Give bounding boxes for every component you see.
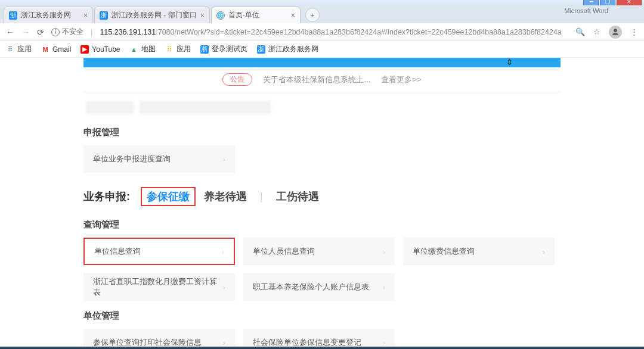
announcement-pill: 公告 [222,73,252,86]
apps-icon: ⠿ [165,45,174,54]
close-icon[interactable]: × [83,11,88,20]
biz-tab-gongshang[interactable]: 工伤待遇 [276,189,319,204]
chevron-right-icon: › [383,247,385,256]
bookmark-maps[interactable]: ▲地图 [130,44,156,54]
business-tabs-label: 业务申报: [83,189,130,204]
insecure-label: 不安全 [62,27,83,37]
biz-tab-canbao[interactable]: 参保征缴 [141,187,196,206]
browser-menu-icon[interactable]: ⋮ [630,27,638,36]
card-label: 单位业务申报进度查询 [93,154,171,164]
browser-toolbar: ← → ⟳ i 不安全 | 115.236.191.131:7080/netWo… [0,23,644,41]
chevron-right-icon: › [383,338,385,347]
banner-icon: ⇕ [506,58,513,67]
search-in-page-icon[interactable]: 🔍 [575,27,585,36]
chevron-right-icon: › [223,338,225,347]
card-label: 单位缴费信息查询 [413,246,475,257]
new-tab-button[interactable]: + [305,8,320,22]
back-button[interactable]: ← [6,27,14,37]
card-unit-person-query[interactable]: 单位人员信息查询 › [243,238,395,265]
announcement-bar: 公告 关于省本级社保新信息系统上... 查看更多>> [83,67,561,92]
card-unit-change-register[interactable]: 社会保险单位参保信息变更登记 › [243,329,395,347]
tab-favicon-icon: 🌐 [216,11,225,20]
card-label: 单位人员信息查询 [253,246,315,257]
tab-title: 浙江政务服务网 [21,10,71,20]
biz-tab-yanglao[interactable]: 养老待遇 [204,189,247,204]
url-path: :7080/netWork/?sid=&ticket=22c459ee12bd4… [156,28,562,36]
bookmark-gmail[interactable]: MGmail [41,45,71,54]
close-icon[interactable]: × [200,11,205,20]
card-label: 单位信息查询 [94,246,141,257]
gmail-icon: M [41,45,49,54]
info-icon: i [51,28,60,36]
section-title-unit: 单位管理 [83,310,561,322]
browser-tab-3-active[interactable]: 🌐 首页-单位 × [211,7,301,23]
card-unit-payment-query[interactable]: 单位缴费信息查询 › [403,238,555,265]
taskbar[interactable] [0,347,644,349]
bookmark-zhejiang[interactable]: 浙浙江政务服务网 [257,44,318,54]
reload-button[interactable]: ⟳ [37,27,44,37]
browser-tabs: 浙 浙江政务服务网 × 浙 浙江政务服务网 - 部门窗口 × 🌐 首页-单位 ×… [0,5,644,23]
card-unit-print-insurance[interactable]: 参保单位查询打印社会保险信息 › [83,329,235,347]
card-label: 社会保险单位参保信息变更登记 [253,337,361,347]
chevron-right-icon: › [223,283,225,292]
close-icon[interactable]: × [291,11,295,20]
background-app-hint: Microsoft Word [564,7,608,14]
bookmarks-bar: ⠿应用 MGmail ▶YouTube ▲地图 ⠿应用 浙登录测试页 浙浙江政务… [0,41,644,58]
business-tabs: 业务申报: 参保征缴 养老待遇 | 工伤待遇 [83,188,561,205]
site-icon: 浙 [200,45,209,54]
chevron-right-icon: › [543,247,545,256]
bookmark-login-test[interactable]: 浙登录测试页 [200,44,247,54]
site-icon: 浙 [257,45,265,54]
card-zhejiang-index-wage[interactable]: 浙江省直职工指数化月缴费工资计算表 › [83,273,235,301]
card-label: 浙江省直职工指数化月缴费工资计算表 [93,276,223,298]
card-personal-pension-account[interactable]: 职工基本养老保险个人账户信息表 › [243,273,395,301]
browser-tab-1[interactable]: 浙 浙江政务服务网 × [4,7,93,23]
card-label: 参保单位查询打印社会保险信息 [93,337,202,347]
announcement-more-link[interactable]: 查看更多>> [381,74,421,85]
bookmark-youtube[interactable]: ▶YouTube [80,45,120,54]
map-icon: ▲ [130,45,138,54]
url-host: 115.236.191.131 [100,28,156,36]
browser-tab-2[interactable]: 浙 浙江政务服务网 - 部门窗口 × [94,7,210,23]
redacted-info-row [83,96,561,120]
tab-title: 首页-单位 [228,10,259,20]
profile-avatar-icon[interactable] [609,26,622,39]
chevron-right-icon: › [223,155,225,164]
bookmark-apps-2[interactable]: ⠿应用 [165,44,191,54]
site-security-indicator[interactable]: i 不安全 [51,27,83,37]
page-viewport[interactable]: ⇕ 公告 关于省本级社保新信息系统上... 查看更多>> 申报管理 单位业务申报… [0,58,644,347]
section-title-query: 查询管理 [83,219,561,230]
bookmark-apps[interactable]: ⠿应用 [6,44,32,54]
youtube-icon: ▶ [80,45,89,54]
tab-favicon-icon: 浙 [9,11,17,20]
announcement-text[interactable]: 关于省本级社保新信息系统上... [263,74,370,85]
tab-favicon-icon: 浙 [100,11,108,20]
apps-icon: ⠿ [6,45,14,54]
card-unit-info-query[interactable]: 单位信息查询 › [83,238,235,265]
chevron-right-icon: › [383,283,385,292]
card-label: 职工基本养老保险个人账户信息表 [253,282,369,292]
forward-button[interactable]: → [21,27,30,37]
page-content: ⇕ 公告 关于省本级社保新信息系统上... 查看更多>> 申报管理 单位业务申报… [83,58,561,347]
chevron-right-icon: › [222,247,224,256]
window-titlebar: ━ ❐ ✕ [0,0,644,5]
address-bar[interactable]: 115.236.191.131:7080/netWork/?sid=&ticke… [100,28,568,36]
card-shenbao-progress[interactable]: 单位业务申报进度查询 › [83,145,235,173]
tab-title: 浙江政务服务网 - 部门窗口 [112,10,197,20]
section-title-shenbao: 申报管理 [83,127,561,138]
top-banner: ⇕ [83,58,561,67]
bookmark-star-icon[interactable]: ☆ [593,27,600,36]
